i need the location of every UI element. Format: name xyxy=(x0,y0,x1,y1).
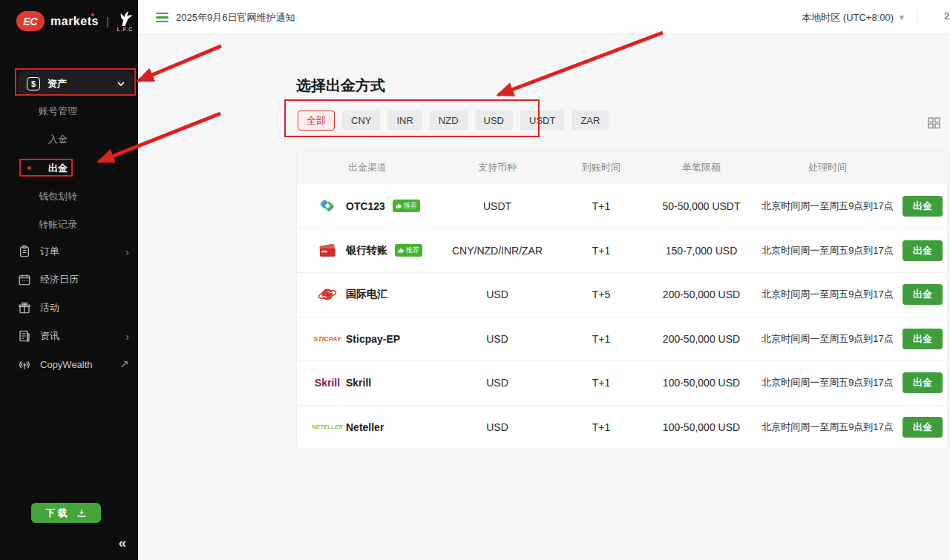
currencies-cell: USD xyxy=(438,333,557,345)
caret-down-icon: ▼ xyxy=(898,13,905,22)
filter-chip[interactable]: 全部 xyxy=(298,111,335,131)
channel-name: Neteller xyxy=(346,421,384,433)
action-cell: 出金 xyxy=(898,196,947,217)
limit-cell: 50-50,000 USDT xyxy=(646,200,757,212)
news-icon xyxy=(18,329,31,343)
limit-cell: 200-50,000 USD xyxy=(646,333,757,345)
arrival-time-cell: T+1 xyxy=(557,245,646,257)
thumbs-up-icon xyxy=(398,247,404,254)
table-body: OTC123 推荐 USDT T+1 50-50,000 USDT 北京时间周一… xyxy=(297,184,947,449)
notice-text: 2025年9月6日官网维护通知 xyxy=(176,11,295,24)
activities-label: 活动 xyxy=(40,301,129,314)
chevron-down-icon xyxy=(117,80,125,88)
channel-logo xyxy=(315,286,340,303)
withdraw-button[interactable]: 出金 xyxy=(902,284,943,305)
grid-view-toggle[interactable] xyxy=(927,116,941,130)
channel-text-logo: STICPAY xyxy=(313,335,341,343)
currencies-cell: USD xyxy=(438,421,557,433)
channel-cell: STICPAY Sticpay-EP xyxy=(297,333,438,345)
limit-cell: 100-50,000 USD xyxy=(646,421,757,433)
table-row: 国际电汇 USD T+5 200-50,000 USD 北京时间周一至周五9点到… xyxy=(297,272,947,317)
sidebar-item-assets[interactable]: $ 资产 xyxy=(18,71,134,96)
currencies-cell: USD xyxy=(438,289,557,300)
timezone-selector[interactable]: 本地时区 (UTC+8:00) ▼ xyxy=(802,0,905,35)
sidebar-item-withdraw[interactable]: 出金 xyxy=(17,162,99,175)
withdrawal-methods-table: 出金渠道支持币种到账时间单笔限额处理时间 xyxy=(296,151,948,449)
sidebar-item-activities[interactable]: 活动 xyxy=(18,301,129,314)
bank-transfer-icon xyxy=(317,242,338,260)
filter-chip[interactable]: CNY xyxy=(342,111,380,131)
arrival-time-cell: T+1 xyxy=(557,421,646,433)
timezone-label: 本地时区 (UTC+8:00) xyxy=(802,11,894,24)
channel-logo xyxy=(315,197,340,216)
maintenance-notice[interactable]: 2025年9月6日官网维护通知 xyxy=(156,0,295,35)
limit-cell: 150-7,000 USD xyxy=(646,245,757,257)
withdraw-button[interactable]: 出金 xyxy=(902,372,943,393)
limit-cell: 200-50,000 USD xyxy=(646,289,757,300)
channel-name: Sticpay-EP xyxy=(346,333,400,345)
processing-time-cell: 北京时间周一至周五9点到17点 xyxy=(757,243,898,258)
table-row: OTC123 推荐 USDT T+1 50-50,000 USDT 北京时间周一… xyxy=(297,184,947,228)
sidebar-item-news[interactable]: 资讯 › xyxy=(18,329,129,343)
channel-name: OTC123 xyxy=(346,200,385,212)
arrival-time-cell: T+1 xyxy=(557,200,646,212)
processing-time-cell: 北京时间周一至周五9点到17点 xyxy=(757,287,898,302)
calendar-icon xyxy=(18,273,31,286)
filter-chip[interactable]: USDT xyxy=(520,111,564,131)
channel-logo xyxy=(315,242,340,260)
arrival-time-cell: T+1 xyxy=(557,333,646,345)
chevron-right-icon: › xyxy=(125,246,129,258)
sidebar-item-orders[interactable]: 订单 › xyxy=(18,245,129,258)
sidebar-item-wallet-transfer[interactable]: 钱包划转 xyxy=(17,190,99,203)
arrow-to-filters xyxy=(498,33,663,95)
action-cell: 出金 xyxy=(898,417,947,438)
assets-label: 资产 xyxy=(48,77,110,90)
withdraw-button[interactable]: 出金 xyxy=(902,196,943,217)
channel-logo: NETELLER xyxy=(315,424,340,430)
table-header-cell: 单笔限额 xyxy=(646,161,757,174)
international-wire-icon xyxy=(318,286,337,303)
topbar: 2025年9月6日官网维护通知 本地时区 (UTC+8:00) ▼ 2 xyxy=(138,0,950,35)
channel-cell: 国际电汇 xyxy=(297,286,438,303)
brand-logo: EC markets | L.F.C xyxy=(16,10,134,32)
action-cell: 出金 xyxy=(898,372,947,393)
sidebar-item-copywealth[interactable]: CopyWealth ↗ xyxy=(18,358,129,371)
currencies-cell: USD xyxy=(438,377,557,389)
filter-chip[interactable]: USD xyxy=(475,111,513,131)
table-row: NETELLER Neteller USD T+1 100-50,000 USD… xyxy=(297,405,947,449)
sidebar-item-account-management[interactable]: 账号管理 xyxy=(17,105,99,118)
orders-label: 订单 xyxy=(40,245,117,258)
logo-divider: | xyxy=(106,16,109,27)
grid-icon xyxy=(927,116,941,130)
processing-time-cell: 北京时间周一至周五9点到17点 xyxy=(757,199,898,214)
channel-cell: OTC123 推荐 xyxy=(297,197,438,216)
withdraw-button[interactable]: 出金 xyxy=(902,329,943,349)
sidebar-item-transfer-records[interactable]: 转账记录 xyxy=(17,218,99,231)
app-window: EC markets | L.F.C $ 资产 账号管理 入金 出金 钱包划转 … xyxy=(0,0,950,560)
arrow-to-assets xyxy=(138,46,221,81)
download-button[interactable]: 下载 xyxy=(31,503,101,523)
sidebar-item-deposit[interactable]: 入金 xyxy=(17,133,99,146)
channel-logo: Skrill xyxy=(315,377,340,389)
action-cell: 出金 xyxy=(898,284,947,305)
processing-time-cell: 北京时间周一至周五9点到17点 xyxy=(757,420,898,435)
table-header-cell: 处理时间 xyxy=(757,161,898,174)
lfc-logo: L.F.C xyxy=(117,10,134,32)
table-row: Skrill Skrill USD T+1 100-50,000 USD 北京时… xyxy=(297,360,947,405)
sidebar-item-economic-calendar[interactable]: 经济日历 xyxy=(18,273,129,286)
arrival-time-cell: T+1 xyxy=(557,377,646,389)
filter-chip[interactable]: INR xyxy=(387,111,422,131)
channel-logo: STICPAY xyxy=(315,335,340,343)
channel-cell: NETELLER Neteller xyxy=(297,421,438,433)
dollar-icon: $ xyxy=(27,77,40,90)
withdraw-button[interactable]: 出金 xyxy=(902,240,943,261)
filter-chip[interactable]: NZD xyxy=(430,111,468,131)
channel-name: 国际电汇 xyxy=(346,288,387,301)
collapse-sidebar-button[interactable]: « xyxy=(118,535,126,551)
filter-chip[interactable]: ZAR xyxy=(571,111,609,131)
recommended-badge: 推荐 xyxy=(393,200,420,212)
withdraw-button[interactable]: 出金 xyxy=(902,417,943,438)
table-row: 银行转账 推荐 CNY/NZD/INR/ZAR T+1 150-7,000 US… xyxy=(297,228,947,273)
action-cell: 出金 xyxy=(898,240,947,261)
channel-name: 银行转账 xyxy=(346,244,387,257)
